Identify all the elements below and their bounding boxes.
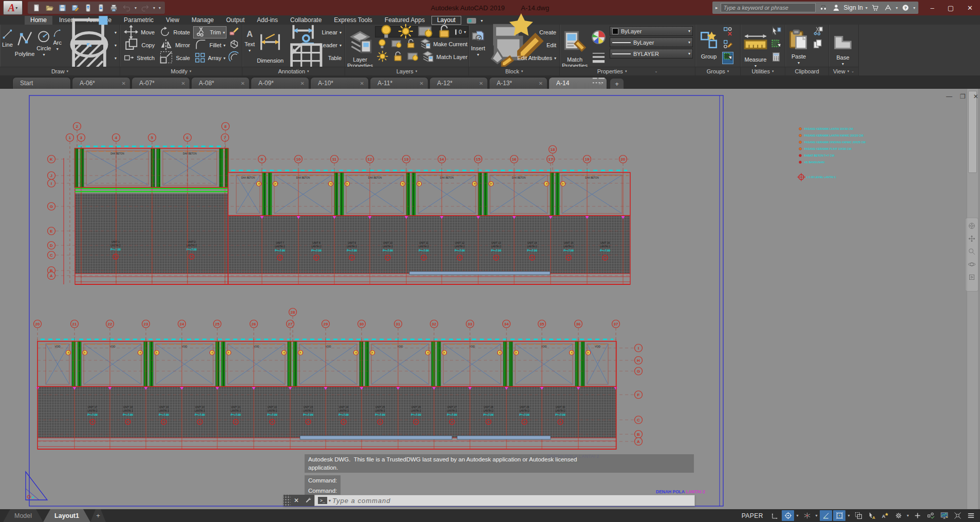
panel-label-utilities[interactable]: Utilities▾ — [741, 67, 785, 75]
scale-button[interactable]: Scale — [158, 52, 191, 64]
file-tab-a-13[interactable]: A-13*✕ — [489, 77, 548, 89]
undo-button[interactable] — [121, 3, 132, 13]
showmotion-icon[interactable] — [967, 272, 977, 282]
workspace-gear-icon[interactable] — [892, 510, 904, 521]
annotation-plus-icon[interactable] — [911, 510, 924, 521]
tab-layout1[interactable]: Layout1 — [43, 509, 90, 522]
panel-label-clipboard[interactable]: Clipboard — [785, 67, 828, 75]
lineweight-icon[interactable] — [590, 48, 608, 68]
insert-button[interactable]: Insert▾ — [471, 26, 485, 66]
arc-caret-icon[interactable]: ▾ — [56, 47, 59, 51]
command-bar-close-icon[interactable]: ✕ — [291, 495, 302, 506]
ribbon-tab-view[interactable]: View — [160, 16, 185, 25]
trim-button[interactable]: Trim▾ — [193, 26, 227, 38]
scrollbar-thumb[interactable] — [968, 91, 977, 173]
panel-label-draw[interactable]: Draw▾ — [0, 67, 120, 75]
make-current-button[interactable]: Make Current — [375, 38, 468, 50]
doc-minimize-icon[interactable]: — — [946, 93, 952, 100]
space-toggle[interactable]: PAPER — [742, 512, 763, 519]
search-input[interactable] — [721, 3, 816, 12]
app-store-cart-icon[interactable] — [870, 3, 880, 13]
sign-in-button[interactable]: Sign In — [844, 4, 863, 11]
file-tab-start[interactable]: Start — [12, 77, 71, 89]
quick-select-button[interactable] — [770, 26, 782, 38]
quick-calc-button[interactable] — [770, 52, 782, 64]
undo-caret-icon[interactable]: ▾ — [134, 6, 138, 10]
isodraft-caret-icon[interactable]: ▾ — [814, 513, 819, 518]
command-input[interactable] — [332, 497, 691, 505]
file-tab-close-icon[interactable]: ✕ — [241, 81, 245, 86]
file-tab-close-icon[interactable]: ✕ — [539, 81, 543, 86]
qat-customize-icon[interactable]: ▾ — [158, 6, 162, 10]
search-icon[interactable] — [818, 3, 828, 13]
lineweight-dropdown[interactable]: ByLayer▾ — [610, 37, 693, 47]
properties-expander-icon[interactable]: ⌄ — [654, 69, 657, 73]
stretch-button[interactable]: Stretch — [122, 52, 156, 64]
base-button[interactable]: Base▾ — [831, 26, 855, 66]
customization-icon[interactable] — [965, 510, 977, 521]
close-button[interactable]: ✕ — [967, 4, 973, 12]
explode-button[interactable] — [229, 39, 240, 51]
color-wheel-icon[interactable] — [590, 27, 608, 47]
panel-label-properties[interactable]: Properties▾⌄ — [560, 67, 695, 75]
doc-close-icon[interactable]: ✕ — [973, 93, 978, 100]
mirror-button[interactable]: Mirror — [158, 39, 191, 51]
cut-button[interactable] — [812, 26, 823, 38]
ungroup-button[interactable] — [722, 26, 733, 38]
file-tab-close-icon[interactable]: ✕ — [300, 81, 305, 86]
panel-label-block[interactable]: Block▾ — [469, 67, 559, 75]
file-tab-a-08[interactable]: A-08*✕ — [191, 77, 250, 89]
command-bar-grip[interactable] — [284, 495, 291, 506]
erase-button[interactable] — [229, 26, 240, 38]
copy-button[interactable]: Copy — [122, 39, 156, 51]
group-selection-toggle[interactable] — [722, 52, 733, 64]
panel-label-view[interactable]: View▾⌄ — [829, 67, 858, 75]
file-tab-a-10[interactable]: A-10*✕ — [310, 77, 369, 89]
file-tab-a-09[interactable]: A-09*✕ — [251, 77, 309, 89]
new-button[interactable] — [31, 3, 42, 13]
group-button[interactable]: Group — [698, 26, 720, 66]
doc-restore-icon[interactable]: ❐ — [960, 93, 966, 100]
zoom-icon[interactable] — [967, 246, 977, 257]
workspace-gear-caret-icon[interactable]: ▾ — [906, 513, 910, 518]
file-tab-close-icon[interactable]: ✕ — [122, 81, 126, 86]
panel-label-layers[interactable]: Layers▾ — [345, 67, 468, 75]
osnap-caret-icon[interactable]: ▾ — [846, 513, 851, 518]
polar-icon[interactable] — [820, 510, 832, 521]
command-input-area[interactable]: >_ ▾ — [314, 495, 695, 506]
command-bar-customize-icon[interactable] — [302, 495, 314, 506]
ribbon-tab-manage[interactable]: Manage — [186, 16, 219, 25]
tab-model[interactable]: Model — [3, 509, 43, 522]
autodesk-caret-icon[interactable]: ▾ — [896, 6, 898, 10]
steering-wheel-icon[interactable] — [967, 221, 977, 231]
command-recent-caret-icon[interactable]: ▾ — [329, 498, 331, 503]
layer-properties-button[interactable]: Layer Properties — [347, 26, 373, 66]
app-menu-button[interactable]: A▾ — [3, 1, 23, 15]
file-tab-close-icon[interactable]: ✕ — [479, 81, 483, 86]
object-color-dropdown[interactable]: ByLayer▾ — [610, 26, 693, 36]
copy-clip-button[interactable] — [812, 39, 823, 51]
file-tab-a-12[interactable]: A-12*✕ — [429, 77, 488, 89]
isodraft-icon[interactable] — [801, 510, 813, 521]
pan-icon[interactable] — [967, 234, 977, 244]
osnap-icon[interactable] — [833, 510, 845, 521]
open-button[interactable] — [44, 3, 55, 13]
ribbon-tab-parametric[interactable]: Parametric — [118, 16, 159, 25]
panel-label-annotation[interactable]: Annotation▾ — [242, 67, 345, 75]
circle-caret-icon[interactable]: ▾ — [43, 52, 45, 57]
layout-viewport[interactable]: DAK BETONDAK BETONUNIT 1LANTAI 2P=+7.00U… — [0, 89, 980, 509]
select-all-button[interactable] — [770, 39, 782, 51]
help-icon[interactable]: ? — [900, 3, 911, 13]
clean-screen-icon[interactable] — [951, 510, 964, 521]
table-button[interactable]: Table — [286, 52, 343, 64]
snap-caret-icon[interactable]: ▾ — [795, 513, 800, 518]
ribbon-tab-express-tools[interactable]: Express Tools — [328, 16, 378, 25]
dimension-button[interactable]: Dimension — [257, 26, 284, 66]
panel-label-modify[interactable]: Modify▾ — [120, 67, 242, 75]
file-tab-close-icon[interactable]: ✕ — [420, 81, 424, 86]
ribbon-tab-add-ins[interactable]: Add-ins — [251, 16, 284, 25]
file-tab-close-icon[interactable]: ✕ — [360, 81, 364, 86]
vertical-scrollbar[interactable] — [967, 89, 978, 509]
minimize-button[interactable]: – — [931, 4, 934, 12]
snap-icon[interactable] — [782, 510, 794, 521]
